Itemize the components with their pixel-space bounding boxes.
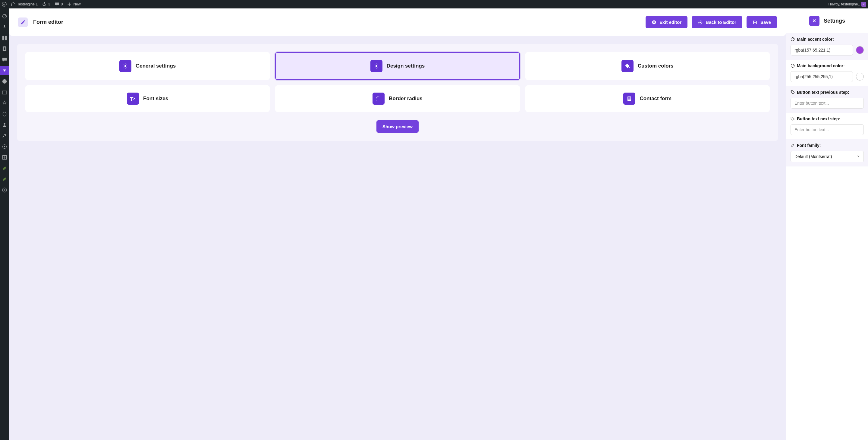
wp-adminbar: Testengine 1 3 0 New Howdy, testengine1 <box>0 0 868 8</box>
wp-logo[interactable] <box>2 2 7 7</box>
updates-link[interactable]: 3 <box>42 2 50 7</box>
site-link[interactable]: Testengine 1 <box>11 2 38 7</box>
howdy-link[interactable]: Howdy, testengine1 <box>828 2 866 7</box>
updates-count: 3 <box>48 2 50 6</box>
comments-count: 0 <box>61 2 63 6</box>
howdy-text: Howdy, testengine1 <box>828 2 860 6</box>
comments-link[interactable]: 0 <box>55 2 63 7</box>
avatar <box>861 2 866 7</box>
site-name: Testengine 1 <box>17 2 38 6</box>
new-link[interactable]: New <box>67 2 81 7</box>
new-label: New <box>73 2 81 6</box>
